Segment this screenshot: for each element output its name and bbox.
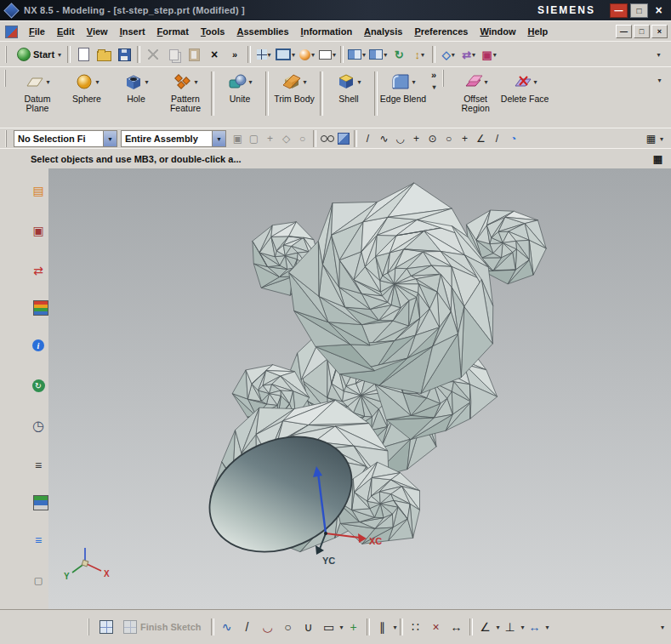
chevron-down-icon[interactable]: ▾: [546, 624, 549, 631]
snap-midpoint-button[interactable]: +: [262, 131, 278, 146]
toolbar-grip[interactable]: [4, 70, 10, 87]
window-split-button[interactable]: ▾: [346, 44, 367, 65]
delete-button[interactable]: ×: [204, 44, 225, 65]
snap-arc-button[interactable]: ◡: [392, 131, 408, 146]
view-layout-button[interactable]: ▾: [253, 44, 274, 65]
offset-curve-button[interactable]: ∥: [372, 617, 393, 637]
menu-window[interactable]: Window: [474, 24, 521, 39]
snap-line-button[interactable]: /: [360, 131, 376, 146]
close-button[interactable]: ×: [651, 4, 667, 17]
offset-region-button[interactable]: ▾ Offset Region: [451, 70, 500, 113]
menu-analysis[interactable]: Analysis: [358, 24, 408, 39]
chevron-down-icon[interactable]: ▾: [194, 78, 197, 86]
snap-point-button[interactable]: ▣: [230, 131, 246, 146]
orient-view-button[interactable]: ◇▾: [438, 44, 458, 65]
child-minimize-button[interactable]: —: [616, 25, 632, 38]
menu-file[interactable]: File: [23, 24, 51, 39]
resource-bar-options-icon[interactable]: ▢: [28, 570, 48, 590]
snap-plus-button[interactable]: +: [457, 131, 473, 146]
snap-intersection-button[interactable]: ○: [294, 131, 310, 146]
chevron-down-icon[interactable]: ▾: [394, 624, 397, 631]
chevron-down-icon[interactable]: ▾: [362, 51, 366, 59]
grid-display-button[interactable]: ▦: [643, 131, 659, 146]
child-close-button[interactable]: ×: [651, 25, 668, 38]
toolbar-options-button[interactable]: ▾: [648, 44, 668, 65]
snap-quarter-button[interactable]: ◔: [505, 131, 521, 146]
menu-preferences[interactable]: Preferences: [408, 24, 474, 39]
rendering-style-button[interactable]: ▾: [297, 44, 317, 65]
sketch-button[interactable]: [96, 617, 117, 637]
combo-arrow-icon[interactable]: ▼: [212, 131, 225, 146]
snap-quadrant-button[interactable]: +: [408, 131, 424, 146]
new-button[interactable]: [73, 44, 94, 65]
model-canvas[interactable]: XC YC X Y: [48, 168, 671, 610]
selection-scope-combo[interactable]: Entire Assembly ▼: [121, 130, 226, 147]
toolbar-overflow-button[interactable]: »: [225, 44, 245, 65]
work-section-button[interactable]: [335, 131, 351, 146]
sphere-button[interactable]: ▾ Sphere: [62, 70, 111, 104]
history-icon[interactable]: ◷: [28, 415, 48, 436]
chevron-down-icon[interactable]: ▾: [357, 78, 361, 86]
chevron-down-icon[interactable]: ▾: [46, 78, 49, 86]
display-mode-button[interactable]: ▾: [274, 44, 297, 65]
toolbar-grip[interactable]: [5, 46, 11, 63]
chevron-down-icon[interactable]: ▾: [421, 51, 424, 59]
chevron-down-icon[interactable]: ▾: [412, 78, 415, 86]
part-navigator-icon[interactable]: ⇄: [28, 260, 48, 281]
open-button[interactable]: [94, 44, 114, 65]
chevron-down-icon[interactable]: ▾: [433, 83, 436, 91]
snap-angle-button[interactable]: ∠: [473, 131, 489, 146]
snap-point-on-curve-button[interactable]: ∿: [376, 131, 392, 146]
constraint-navigator-icon[interactable]: ▣: [28, 220, 48, 241]
chevron-down-icon[interactable]: ▾: [534, 78, 537, 86]
start-menu-button[interactable]: Start ▾: [14, 46, 65, 63]
combo-arrow-icon[interactable]: ▼: [103, 131, 117, 146]
hd3d-tools-icon[interactable]: i: [28, 335, 48, 356]
chevron-down-icon[interactable]: ▾: [268, 51, 271, 59]
menu-insert[interactable]: Insert: [114, 24, 151, 39]
datum-plane-button[interactable]: ▾ Datum Plane: [13, 70, 62, 113]
paste-button[interactable]: [184, 44, 204, 65]
status-grid-icon[interactable]: ▦: [650, 151, 666, 167]
fillet-button[interactable]: ∪: [299, 617, 319, 637]
snap-circle-button[interactable]: ○: [441, 131, 457, 146]
toolbar-options-button[interactable]: ▾: [649, 70, 669, 90]
system-scenes-icon[interactable]: ≡: [28, 530, 48, 550]
edge-blend-button[interactable]: ▾ Edge Blend: [378, 70, 428, 104]
chevron-down-icon[interactable]: ▾: [95, 78, 99, 86]
finish-sketch-button[interactable]: Finish Sketch: [123, 620, 202, 634]
copy-button[interactable]: [163, 44, 184, 65]
circle-button[interactable]: ○: [278, 617, 299, 637]
chevron-down-icon[interactable]: ▾: [292, 51, 295, 59]
chevron-down-icon[interactable]: ▾: [384, 51, 387, 59]
roles-icon[interactable]: [33, 495, 48, 510]
menu-information[interactable]: Information: [295, 24, 359, 39]
hole-button[interactable]: ▾ Hole: [111, 70, 161, 104]
menu-edit[interactable]: Edit: [51, 24, 81, 39]
trim-body-button[interactable]: ▾ Trim Body: [270, 70, 319, 104]
menu-format[interactable]: Format: [151, 24, 195, 39]
chevron-down-icon[interactable]: ▾: [311, 51, 315, 59]
window-quad-button[interactable]: ▾: [367, 44, 389, 65]
unite-button[interactable]: ▾ Unite: [215, 70, 264, 104]
minimize-button[interactable]: —: [610, 3, 628, 18]
background-button[interactable]: ▾: [317, 44, 338, 65]
selection-filter-combo[interactable]: No Selection Fi ▼: [14, 130, 117, 147]
chamfer-button[interactable]: ∠: [475, 617, 496, 637]
pattern-feature-button[interactable]: ▾ Pattern Feature: [161, 70, 210, 113]
fit-view-button[interactable]: ↕▾: [409, 44, 429, 65]
menu-help[interactable]: Help: [521, 24, 554, 39]
snapshot-button[interactable]: ▣▾: [479, 44, 499, 65]
shell-button[interactable]: ▾ Shell: [324, 70, 373, 104]
chevron-down-icon[interactable]: ▾: [485, 78, 488, 86]
chevron-down-icon[interactable]: ▾: [145, 78, 148, 86]
graphics-viewport[interactable]: XC YC X Y: [48, 168, 671, 610]
toolbar-options-button[interactable]: ▾: [661, 624, 664, 631]
swap-view-button[interactable]: ⇄▾: [458, 44, 479, 65]
chevron-down-icon[interactable]: ▾: [472, 51, 475, 59]
inferred-dimensions-button[interactable]: ↔: [525, 617, 545, 637]
profile-button[interactable]: ∿: [217, 617, 237, 637]
delete-face-button[interactable]: ▾ Delete Face: [500, 70, 549, 104]
chevron-down-icon[interactable]: ▾: [248, 78, 252, 86]
reuse-library-icon[interactable]: [33, 300, 48, 316]
